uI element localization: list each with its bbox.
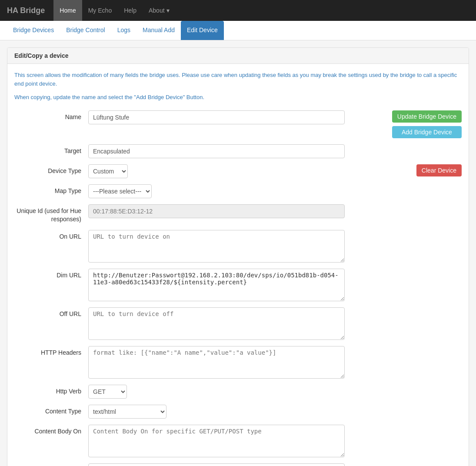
http-headers-textarea[interactable] [88,346,345,379]
device-type-select[interactable]: Custom Harmony Nest Vera Insteon [88,164,128,178]
nav-item-help: Help [118,0,143,21]
content-body-dim-textarea[interactable] [88,463,345,466]
dim-url-textarea[interactable]: http://Benutzer:Passwort@192.168.2.103:8… [88,269,345,301]
tab-bar: Bridge Devices Bridge Control Logs Manua… [0,21,476,40]
dim-url-group: Dim URL http://Benutzer:Passwort@192.168… [14,269,462,301]
tab-bridge-devices[interactable]: Bridge Devices [7,21,60,40]
name-label: Name [14,110,88,122]
tab-logs[interactable]: Logs [111,21,136,40]
info-text-1: This screen allows the modification of m… [14,71,462,88]
map-type-label: Map Type [14,184,88,196]
content-type-label: Content Type [14,405,88,416]
nav-link-myecho[interactable]: My Echo [82,0,118,21]
panel-body: This screen allows the modification of m… [7,64,469,466]
http-verb-group: Http Verb GET POST PUT DELETE [14,385,462,399]
top-buttons: Update Bridge Device Add Bridge Device [392,110,462,138]
content-type-select[interactable]: text/html application/json text/plain [88,405,166,419]
target-label: Target [14,144,88,156]
unique-id-group: Unique Id (used for Hueresponses) [14,204,462,224]
off-url-group: Off URL [14,307,462,340]
target-group: Target [14,144,462,158]
http-headers-group: HTTP Headers [14,346,462,379]
on-url-label: On URL [14,230,88,241]
off-url-textarea[interactable] [88,307,345,340]
http-verb-label: Http Verb [14,385,88,396]
target-input[interactable] [88,144,345,158]
nav-item-myecho: My Echo [82,0,118,21]
content-body-on-group: Content Body On [14,425,462,457]
navbar-nav: Home My Echo Help About ▾ [53,0,175,21]
about-caret-icon: ▾ [166,7,170,14]
dim-url-label: Dim URL [14,269,88,280]
navbar: HA Bridge Home My Echo Help About ▾ [0,0,476,21]
off-url-label: Off URL [14,307,88,319]
nav-link-about[interactable]: About ▾ [143,0,176,21]
update-bridge-device-button[interactable]: Update Bridge Device [392,110,462,123]
device-type-label: Device Type [14,164,88,176]
add-bridge-device-button[interactable]: Add Bridge Device [392,126,462,138]
content-body-dim-group: Content Body Dim [14,463,462,466]
nav-link-help[interactable]: Help [118,0,143,21]
content-body-on-label: Content Body On [14,425,88,436]
clear-device-button[interactable]: Clear Device [416,164,462,176]
nav-item-home: Home [53,0,82,21]
http-headers-label: HTTP Headers [14,346,88,357]
on-url-group: On URL [14,230,462,263]
main-panel: Edit/Copy a device This screen allows th… [7,47,469,466]
content-body-on-textarea[interactable] [88,425,345,457]
nav-link-home[interactable]: Home [53,0,82,21]
info-text-2: When copying, update the name and select… [14,93,462,102]
main-content: Edit/Copy a device This screen allows th… [0,40,476,466]
nav-item-about: About ▾ [143,0,176,21]
tab-edit-device[interactable]: Edit Device [181,21,224,40]
content-body-dim-label: Content Body Dim [14,463,88,466]
map-type-select[interactable]: ---Please select--- Switch Dimmer [88,184,152,198]
panel-heading: Edit/Copy a device [7,48,469,64]
unique-id-label: Unique Id (used for Hueresponses) [14,204,88,224]
name-input[interactable] [88,110,345,124]
tab-bridge-control[interactable]: Bridge Control [60,21,111,40]
map-type-group: Map Type ---Please select--- Switch Dimm… [14,184,462,198]
content-type-group: Content Type text/html application/json … [14,405,462,419]
tab-manual-add[interactable]: Manual Add [136,21,181,40]
on-url-textarea[interactable] [88,230,345,263]
navbar-brand[interactable]: HA Bridge [7,6,45,15]
http-verb-select[interactable]: GET POST PUT DELETE [88,385,127,399]
unique-id-input[interactable] [88,204,345,218]
